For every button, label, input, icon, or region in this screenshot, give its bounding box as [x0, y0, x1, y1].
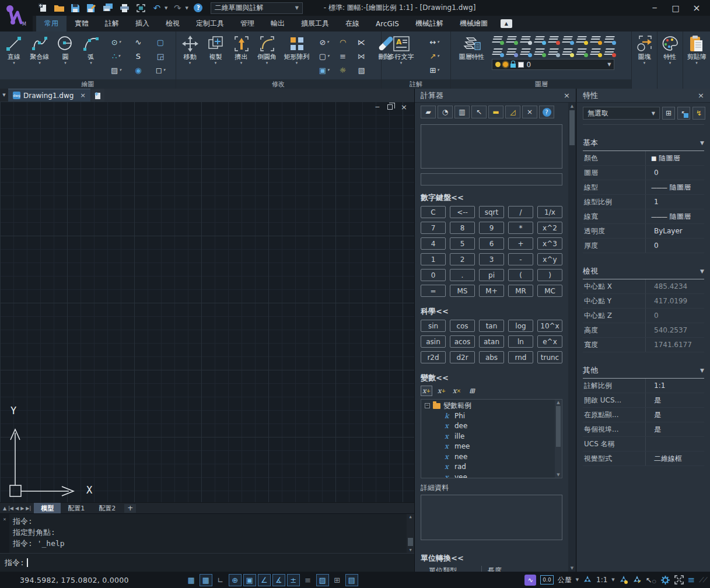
ribbon-tab[interactable]: 擴展工具: [293, 16, 337, 32]
settings-gear-icon[interactable]: [660, 575, 670, 585]
layer-on-icon[interactable]: [576, 34, 588, 45]
redo-icon[interactable]: ↷: [171, 2, 184, 14]
clipboard-button[interactable]: 剪貼簿▾: [684, 33, 709, 89]
selection-cycling-icon[interactable]: ↖○: [646, 576, 656, 584]
calc-sci-key[interactable]: sin: [421, 320, 446, 332]
select-objects-icon[interactable]: ↖: [677, 107, 690, 120]
numpad-section-label[interactable]: 數字鍵盤<<: [421, 192, 562, 203]
ribbon-tab[interactable]: 在線: [337, 16, 368, 32]
ribbon-tab[interactable]: 管理: [232, 16, 263, 32]
quick-select-icon[interactable]: ↯: [692, 107, 705, 120]
calc-sci-key[interactable]: trunc: [537, 351, 562, 363]
layer-delete-icon[interactable]: [604, 46, 616, 57]
layer-previous-icon[interactable]: [590, 46, 602, 57]
layer-off-icon[interactable]: [520, 34, 532, 45]
calc-key[interactable]: -: [508, 253, 533, 265]
viewport-minimize-icon[interactable]: ─: [375, 104, 379, 110]
multipoint-icon[interactable]: ∴▾: [106, 50, 127, 62]
property-row[interactable]: 寬度1741.6177: [583, 338, 704, 352]
layer-unisolate-icon[interactable]: [506, 46, 518, 57]
ribbon-tab[interactable]: 常用: [36, 16, 67, 32]
offset-icon[interactable]: ◠▾: [334, 36, 352, 48]
measure-angle-icon[interactable]: ◿: [505, 106, 520, 118]
circle-button[interactable]: 圓▾: [53, 33, 78, 79]
property-row[interactable]: 線型———隨圖層: [583, 180, 704, 195]
precision-icon[interactable]: 0.0: [540, 575, 553, 584]
grid-display-icon[interactable]: ▦: [185, 574, 198, 586]
property-row[interactable]: 註解比例1:1: [583, 379, 704, 393]
property-row[interactable]: 中心點 Z0: [583, 309, 704, 323]
hatch-icon[interactable]: ▨▾: [106, 64, 127, 76]
variable-item[interactable]: xille: [421, 431, 555, 442]
calculator-scrollbar[interactable]: ▲ ▼: [568, 103, 576, 572]
rect-array-button[interactable]: 矩形陣列▾: [280, 33, 314, 79]
ribbon-tab[interactable]: 插入: [127, 16, 158, 32]
undo-icon[interactable]: ↶: [151, 2, 163, 14]
wipeout-icon[interactable]: ◻▾: [150, 64, 171, 76]
selection-selector[interactable]: 無選取 ▼: [583, 107, 660, 120]
document-tab-close-icon[interactable]: ×: [80, 92, 85, 99]
polyline-button[interactable]: 聚合線▾: [27, 33, 53, 79]
arc-button[interactable]: 弧▾: [78, 33, 104, 79]
scroll-down-icon[interactable]: ▼: [571, 566, 573, 570]
scroll-up-icon[interactable]: ▲: [557, 400, 559, 405]
units-label[interactable]: 公釐: [558, 575, 572, 585]
scroll-up-icon[interactable]: ▲: [409, 514, 411, 519]
spline-icon[interactable]: ∿▾: [128, 36, 149, 48]
redo-dropdown-icon[interactable]: ▼: [185, 6, 188, 10]
model-canvas[interactable]: ─ × Y X: [0, 102, 414, 502]
app-logo[interactable]: M: [0, 0, 33, 32]
calc-key[interactable]: ): [537, 269, 562, 281]
calc-key[interactable]: x^2: [537, 222, 562, 234]
extend-icon[interactable]: ⋉▾: [353, 36, 370, 48]
calc-key[interactable]: 5: [450, 237, 475, 250]
annotation-visibility-icon[interactable]: [619, 575, 628, 584]
polar-tracking-icon[interactable]: ⊕: [229, 574, 242, 586]
layer-freeze-icon[interactable]: [534, 34, 546, 45]
property-row[interactable]: 開啟 UCS...是: [583, 393, 704, 408]
layer-current-icon[interactable]: [534, 46, 546, 57]
calc-key[interactable]: MR: [508, 285, 533, 297]
layer-isolate-icon[interactable]: [492, 46, 504, 57]
variable-item[interactable]: xmee: [421, 442, 555, 452]
ortho-icon[interactable]: ∟: [214, 574, 227, 586]
property-row[interactable]: 顏色■隨圖層: [583, 151, 704, 166]
calc-key[interactable]: 7: [421, 222, 446, 234]
section-collapse-icon[interactable]: ▼: [700, 140, 704, 146]
table-icon[interactable]: ⊞▾: [422, 64, 447, 76]
snap-icon[interactable]: ▦: [200, 574, 212, 586]
section-view[interactable]: 檢視 ▼: [583, 266, 704, 279]
section-collapse-icon[interactable]: ▼: [700, 368, 704, 373]
calc-key[interactable]: pi: [479, 269, 504, 281]
calc-sci-key[interactable]: r2d: [421, 351, 446, 363]
app-status-icon[interactable]: ∿: [524, 575, 536, 586]
command-expand-icon[interactable]: ▲: [3, 506, 6, 511]
calc-sci-key[interactable]: asin: [421, 335, 446, 348]
next-layout-icon[interactable]: ▶: [20, 506, 24, 511]
viewport-cycle-icon[interactable]: ▤: [345, 574, 358, 586]
move-button[interactable]: 移動▾: [177, 33, 203, 79]
property-row[interactable]: UCS 名稱: [583, 437, 704, 452]
property-row[interactable]: 中心點 X485.4234: [583, 279, 704, 294]
layer-state-down-icon[interactable]: [492, 34, 504, 45]
ribbon-tab[interactable]: 實體: [67, 16, 97, 32]
last-layout-icon[interactable]: ▶|: [26, 506, 31, 511]
tree-collapse-icon[interactable]: −: [425, 403, 430, 408]
property-row[interactable]: 每個視埠...是: [583, 422, 704, 437]
layer-thaw-icon[interactable]: [590, 34, 602, 45]
ribbon-tab[interactable]: 輸出: [263, 16, 293, 32]
status-menu-icon[interactable]: ≡: [688, 575, 695, 585]
help-icon[interactable]: ?: [539, 106, 554, 118]
new-document-tab-icon[interactable]: [92, 89, 104, 102]
save-as-icon[interactable]: [85, 2, 98, 14]
scrollbar-thumb[interactable]: [408, 538, 413, 546]
rectangle-icon[interactable]: ▢▾: [150, 36, 171, 48]
calc-key[interactable]: 4: [421, 237, 446, 250]
close-button[interactable]: ×: [687, 2, 706, 15]
variables-tree-root[interactable]: − 變數範例: [421, 401, 555, 411]
calculator-grid-icon[interactable]: ⊞: [466, 386, 478, 396]
lineweight-icon[interactable]: ±: [287, 574, 300, 586]
calc-key[interactable]: 3: [479, 253, 504, 265]
help-icon[interactable]: ?: [192, 2, 205, 14]
layer-restore-icon[interactable]: [576, 46, 588, 57]
